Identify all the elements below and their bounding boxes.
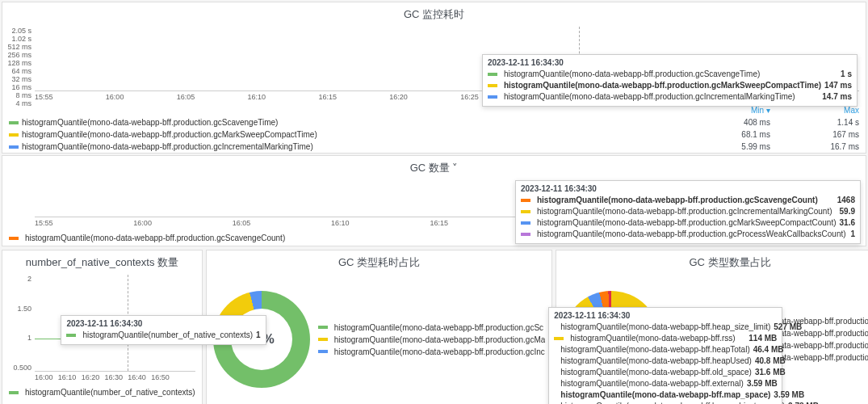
panel-gc-time: GC 监控耗时 2.05 s1.02 s512 ms256 ms128 ms64… [2,2,866,154]
axis-tick: 1.02 s [2,35,31,43]
swatch [318,326,328,329]
tooltip-value: 1 [850,229,855,240]
panel-title: GC 监控耗时 [2,2,866,27]
chart-area[interactable]: 21.5010.500 2023-12-11 16:34:30 histogra… [2,275,202,372]
legend-row[interactable]: histogramQuantile(mono-data-webapp-bff.p… [318,346,546,358]
swatch [488,84,497,87]
axis-tick: 256 ms [2,51,31,59]
tooltip-row: histogramQuantile(mono-data-webapp-bff.h… [554,356,777,367]
tooltip-label: histogramQuantile(mono-data-webapp-bff.o… [560,367,752,378]
swatch [66,334,76,337]
legend-row[interactable]: histogramQuantile(mono-data-webapp-bff.p… [2,128,866,141]
axis-tick: 16:05 [233,219,251,227]
tooltip-value: 114 MB [748,333,777,344]
axis-tick: 15:55 [35,93,53,101]
swatch [9,121,19,124]
swatch [318,338,328,341]
legend-label: histogramQuantile(mono-data-webapp-bff.p… [334,334,546,346]
legend-max: 1.14 s [777,116,866,128]
panel-gc-type-count-ratio: GC 类型数量占比 histogramQuantile(mono-data-we… [556,250,868,404]
swatch [488,73,497,76]
axis-tick: 16:30 [104,373,123,381]
tooltip-row: histogramQuantile(mono-data-webapp-bff.e… [554,378,777,389]
tooltip-value: 527 MB [774,322,802,333]
tooltip-label: histogramQuantile(mono-data-webapp-bff.r… [570,333,735,344]
y-axis [2,180,35,217]
tooltip-row: histogramQuantile(mono-data-webapp-bff.h… [554,322,777,333]
axis-tick: 16:00 [35,373,53,381]
tooltip-value: 40.8 MB [755,356,786,367]
tooltip-label: histogramQuantile(mono-data-webapp-bff.h… [560,356,752,367]
col-min[interactable]: Min [751,106,764,115]
tooltip-label: histogramQuantile(mono-data-webapp-bff.l… [560,401,785,404]
legend-row[interactable]: histogramQuantile(mono-data-webapp-bff.p… [318,334,546,346]
axis-tick: 32 ms [2,75,31,83]
y-axis: 21.5010.500 [2,275,35,372]
tooltip-label: histogramQuantile(mono-data-webapp-bff.e… [560,378,744,389]
axis-tick: 1.50 [2,305,31,313]
tooltip-label: histogramQuantile(mono-data-webapp-bff.h… [560,344,749,356]
tooltip-value: 3.59 MB [774,389,804,401]
tooltip-value: 46.4 MB [753,344,784,356]
legend-max: 167 ms [777,128,866,141]
chevron-down-icon[interactable]: ˅ [452,162,458,174]
tooltip-row: histogramQuantile(mono-data-webapp-bff.p… [521,217,855,229]
swatch [9,237,19,240]
axis-tick: 1 [2,334,31,342]
tooltip-label: histogramQuantile(mono-data-webapp-bff.p… [537,217,837,229]
axis-tick: 2.05 s [2,27,31,35]
tooltip-label: histogramQuantile(mono-data-webapp-bff.p… [537,229,846,240]
tooltip-value: 14.7 ms [822,91,852,103]
legend-row[interactable]: histogramQuantile(mono-data-webapp-bff.p… [2,141,866,153]
legend-table: Min ▾Max histogramQuantile(mono-data-web… [2,104,866,153]
y-axis: 2.05 s1.02 s512 ms256 ms128 ms64 ms32 ms… [2,27,35,91]
chart-area[interactable]: 2023-12-11 16:34:30 histogramQuantile(mo… [2,180,866,217]
tooltip-value: 1468 [837,195,855,206]
tooltip-value: 31.6 MB [755,367,786,378]
legend-label: histogramQuantile(mono-data-webapp-bff.p… [22,118,278,127]
axis-tick: 16:20 [82,373,100,381]
tooltip-row: histogramQuantile(mono-data-webapp-bff.l… [554,401,777,404]
tooltip-label: histogramQuantile(mono-data-webapp-bff.p… [504,80,821,91]
swatch [554,337,564,340]
axis-tick: 16:15 [430,219,448,227]
x-axis: 16:0016:1016:2016:3016:4016:50 [2,372,202,385]
swatch [521,233,530,236]
tooltip-time: 2023-12-11 16:34:30 [488,58,852,67]
tooltip-row: histogramQuantile(mono-data-webapp-bff.p… [488,80,852,91]
axis-tick: 16:10 [331,219,350,227]
axis-tick: 0.500 [2,364,31,372]
swatch [488,95,497,99]
tooltip-row: histogramQuantile(mono-data-webapp-bff.h… [554,344,777,356]
legend-row[interactable]: histogramQuantile(mono-data-webapp-bff.p… [2,116,866,128]
swatch [318,350,328,353]
axis-tick: 16 ms [2,83,31,91]
swatch [521,199,530,202]
legend-label: histogramQuantile(number_of_native_conte… [25,388,195,397]
tooltip-label: histogramQuantile(mono-data-webapp-bff.h… [560,322,770,333]
legend-label: histogramQuantile(mono-data-webapp-bff.p… [334,346,545,358]
tooltip-label: histogramQuantile(mono-data-webapp-bff.m… [560,389,770,401]
panel-title: GC 类型数量占比 [556,250,868,275]
swatch [521,210,530,213]
tooltip-row: histogramQuantile(mono-data-webapp-bff.p… [488,69,852,80]
chart-area[interactable]: 2.05 s1.02 s512 ms256 ms128 ms64 ms32 ms… [2,27,866,91]
legend-label: histogramQuantile(mono-data-webapp-bff.p… [334,322,543,334]
tooltip-row: histogramQuantile(mono-data-webapp-bff.o… [554,367,777,378]
axis-tick: 16:40 [128,373,146,381]
legend-label: histogramQuantile(mono-data-webapp-bff.p… [22,142,313,151]
tooltip-row: histogramQuantile(mono-data-webapp-bff.m… [554,389,777,401]
tooltip-row: histogramQuantile(mono-data-webapp-bff.r… [554,333,777,344]
tooltip-row: histogramQuantile(mono-data-webapp-bff.p… [488,91,852,103]
axis-tick: 16:50 [151,373,170,381]
axis-tick: 16:20 [389,93,408,101]
swatch [9,133,19,137]
tooltip-label: histogramQuantile(mono-data-webapp-bff.p… [537,206,832,217]
legend-row[interactable]: histogramQuantile(number_of_native_conte… [2,385,202,400]
tooltip-label: histogramQuantile(mono-data-webapp-bff.p… [537,195,818,206]
legend-row[interactable]: histogramQuantile(mono-data-webapp-bff.p… [318,322,546,334]
pie-legend: histogramQuantile(mono-data-webapp-bff.p… [318,322,546,358]
swatch [9,145,19,149]
axis-tick: 512 ms [2,43,31,51]
tooltip-label: histogramQuantile(number_of_native_conte… [82,330,253,341]
